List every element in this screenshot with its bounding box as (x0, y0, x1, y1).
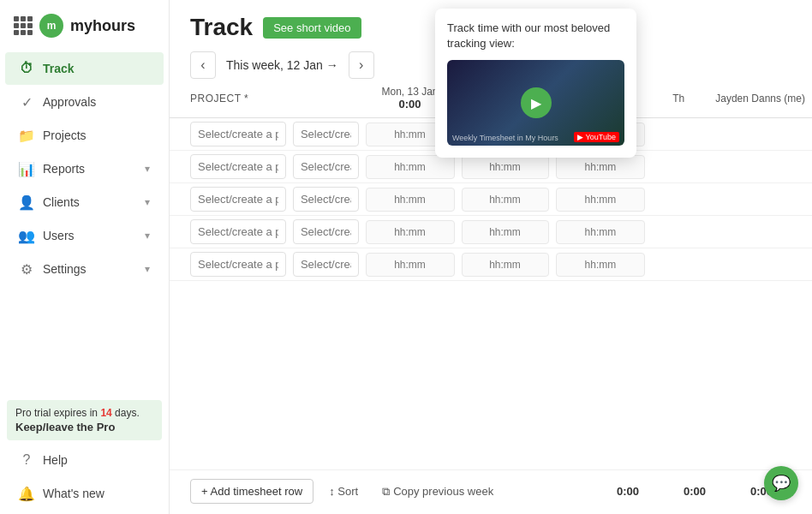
sidebar-item-clients[interactable]: 👤 Clients ▾ (5, 186, 164, 218)
project-input[interactable] (190, 219, 286, 244)
sidebar-item-whats-new[interactable]: 🔔 What's new (5, 477, 164, 510)
user-name-header: Jayden Danns (me) (708, 79, 812, 118)
play-button[interactable]: ▶ (521, 87, 552, 118)
chevron-down-icon: ▾ (145, 263, 150, 275)
pro-trial-text: Pro trial expires in 14 days. (15, 407, 140, 419)
time-input[interactable] (462, 188, 549, 212)
task-input[interactable] (293, 122, 359, 146)
page-title: Track (190, 14, 253, 41)
add-timesheet-row-button[interactable]: + Add timesheet row (190, 479, 313, 504)
project-input[interactable] (190, 187, 286, 212)
time-input[interactable] (556, 155, 646, 179)
sidebar-footer: Pro trial expires in 14 days. Keep/leave… (0, 390, 169, 514)
total-mon: 0:00 (598, 485, 658, 498)
sidebar-item-label-settings: Settings (43, 262, 87, 276)
chevron-down-icon: ▾ (145, 230, 150, 242)
sidebar-item-approvals[interactable]: ✓ Approvals (5, 86, 164, 118)
table-row (170, 248, 812, 281)
sidebar-item-help[interactable]: ? Help (5, 444, 164, 476)
sidebar-item-label-users: Users (43, 229, 75, 242)
help-icon: ? (19, 452, 34, 468)
sidebar: m myhours ⏱ Track ✓ Approvals 📁 Projects… (0, 0, 170, 514)
project-input[interactable] (190, 252, 286, 277)
sidebar-item-reports[interactable]: 📊 Reports ▾ (5, 152, 164, 185)
previous-week-button[interactable]: ‹ (190, 51, 216, 79)
sort-button[interactable]: ↕ Sort (320, 480, 367, 503)
time-input[interactable] (462, 155, 549, 179)
youtube-logo: ▶ YouTube (574, 132, 619, 142)
main-content: Track See short video ‹ This week, 12 Ja… (170, 0, 812, 514)
task-input[interactable] (293, 219, 359, 244)
chat-bubble-button[interactable]: 💬 (764, 466, 798, 500)
bell-icon: 🔔 (19, 486, 34, 501)
sidebar-item-label-reports: Reports (43, 162, 85, 176)
track-icon: ⏱ (19, 61, 34, 76)
video-thumbnail[interactable]: ▶ Weekly Timesheet in My Hours ▶ YouTube (447, 60, 624, 146)
app-name: myhours (70, 17, 135, 35)
time-input[interactable] (556, 253, 646, 277)
project-column-header: PROJECT * (170, 79, 290, 118)
pro-trial-days: 14 (100, 407, 111, 419)
timesheet-footer: + Add timesheet row ↕ Sort ⧉ Copy previo… (170, 469, 812, 514)
sidebar-nav: ⏱ Track ✓ Approvals 📁 Projects 📊 Reports… (0, 48, 169, 390)
next-week-button[interactable]: › (349, 51, 374, 79)
sidebar-item-label-help: Help (43, 453, 68, 467)
sidebar-item-label-clients: Clients (43, 195, 80, 209)
table-row (170, 183, 812, 216)
task-input[interactable] (293, 252, 359, 277)
table-row (170, 216, 812, 248)
sidebar-item-label-whats-new: What's new (43, 487, 104, 500)
time-input[interactable] (366, 220, 455, 244)
chevron-down-icon: ▾ (145, 163, 150, 175)
approvals-icon: ✓ (19, 94, 34, 110)
myhours-logo-icon: m (39, 14, 63, 38)
day-header-th: Th (648, 79, 708, 118)
time-input[interactable] (366, 155, 455, 179)
copy-icon: ⧉ (382, 485, 390, 499)
time-input[interactable] (462, 253, 549, 277)
project-input[interactable] (190, 154, 286, 179)
keep-leave-pro-link[interactable]: Keep/leave the Pro (15, 421, 153, 433)
sidebar-item-users[interactable]: 👥 Users ▾ (5, 219, 164, 252)
sidebar-item-projects[interactable]: 📁 Projects (5, 119, 164, 152)
logo-area: m myhours (0, 0, 169, 48)
time-input[interactable] (556, 220, 646, 244)
week-label: This week, 12 Jan → (216, 58, 349, 72)
reports-icon: 📊 (19, 161, 34, 176)
time-input[interactable] (556, 188, 646, 212)
pro-trial-banner: Pro trial expires in 14 days. Keep/leave… (7, 400, 162, 440)
video-popup: Track time with our most beloved trackin… (435, 9, 636, 158)
sidebar-item-label-approvals: Approvals (43, 95, 96, 109)
day-name-th: Th (655, 93, 702, 105)
sidebar-item-settings[interactable]: ⚙ Settings ▾ (5, 253, 164, 285)
project-input[interactable] (190, 122, 286, 146)
video-label: Weekly Timesheet in My Hours (452, 134, 558, 142)
settings-icon: ⚙ (19, 261, 34, 277)
clients-icon: 👤 (19, 194, 34, 210)
popup-text: Track time with our most beloved trackin… (447, 21, 624, 51)
chevron-down-icon: ▾ (145, 196, 150, 208)
task-column-header (290, 79, 362, 118)
time-input[interactable] (366, 253, 455, 277)
time-input[interactable] (366, 188, 455, 212)
grid-icon (14, 16, 33, 35)
time-input[interactable] (462, 220, 549, 244)
total-row: 0:00 0:00 0:00 (598, 485, 791, 498)
users-icon: 👥 (19, 228, 34, 243)
task-input[interactable] (293, 187, 359, 212)
sidebar-item-label-projects: Projects (43, 128, 87, 142)
projects-icon: 📁 (19, 128, 34, 143)
total-tue: 0:00 (665, 485, 725, 498)
sidebar-item-label-track: Track (43, 62, 75, 75)
see-short-video-button[interactable]: See short video (263, 17, 361, 39)
sidebar-item-track[interactable]: ⏱ Track (5, 52, 164, 85)
task-input[interactable] (293, 154, 359, 179)
copy-previous-week-button[interactable]: ⧉ Copy previous week (373, 480, 502, 504)
